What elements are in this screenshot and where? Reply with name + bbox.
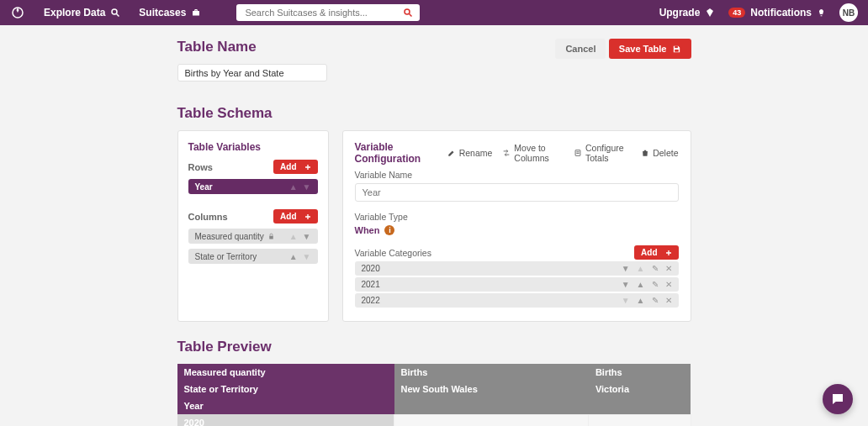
- preview-header-mq: Measured quantity: [177, 364, 394, 381]
- configure-totals-action[interactable]: Configure Totals: [574, 143, 631, 163]
- move-down-icon[interactable]: ▼: [303, 252, 311, 261]
- move-up-icon[interactable]: ▲: [289, 252, 298, 261]
- remove-category-icon[interactable]: ✕: [665, 264, 672, 273]
- move-up-icon[interactable]: ▲: [637, 264, 645, 273]
- suitcase-icon: [191, 8, 201, 18]
- add-category-label: Add: [641, 248, 657, 257]
- remove-category-icon[interactable]: ✕: [665, 296, 672, 305]
- edit-category-icon[interactable]: ✎: [652, 296, 659, 305]
- plus-icon: [665, 250, 672, 256]
- trash-icon: [641, 149, 649, 157]
- move-up-icon[interactable]: ▲: [289, 182, 298, 192]
- variable-config-title: Variable Configuration: [355, 141, 447, 165]
- search-submit-icon[interactable]: [403, 8, 413, 18]
- add-category-button[interactable]: Add: [634, 245, 678, 260]
- edit-category-icon[interactable]: ✎: [652, 280, 659, 289]
- preview-header-births-2: Births: [589, 364, 691, 381]
- lock-icon: [267, 233, 275, 240]
- preview-table: Measured quantity Births Births State or…: [177, 364, 691, 426]
- save-label: Save Table: [619, 44, 667, 54]
- preview-header-nsw: New South Wales: [394, 381, 589, 397]
- move-down-icon[interactable]: ▼: [622, 264, 630, 273]
- table-name-input[interactable]: [177, 64, 327, 82]
- table-schema-heading: Table Schema: [177, 105, 691, 122]
- preview-header-blank-2: [589, 397, 691, 414]
- preview-cell: [394, 414, 589, 426]
- category-label: 2022: [362, 296, 380, 305]
- nav-explore-data[interactable]: Explore Data: [44, 7, 120, 18]
- move-down-icon[interactable]: ▼: [303, 182, 311, 192]
- category-label: 2021: [362, 280, 380, 289]
- edit-category-icon[interactable]: ✎: [652, 264, 659, 273]
- svg-line-2: [117, 14, 119, 17]
- col-variable-mq-label: Measured quantity: [195, 232, 264, 241]
- add-row-label: Add: [280, 162, 296, 171]
- cancel-button[interactable]: Cancel: [555, 39, 606, 59]
- variable-name-input[interactable]: [355, 183, 679, 202]
- add-row-variable-button[interactable]: Add: [273, 160, 317, 174]
- variable-name-label: Variable Name: [355, 170, 679, 180]
- add-column-variable-button[interactable]: Add: [273, 209, 317, 224]
- add-col-label: Add: [280, 212, 296, 221]
- variable-config-panel: Variable Configuration Rename Move to Co…: [342, 130, 691, 322]
- category-chip-2022[interactable]: 2022 ▼ ▲ ✎ ✕: [355, 293, 679, 308]
- save-icon: [672, 45, 681, 54]
- diamond-icon: [705, 8, 715, 18]
- rename-variable-action[interactable]: Rename: [447, 148, 493, 158]
- nav-suitcases[interactable]: Suitcases: [139, 7, 201, 18]
- table-name-heading: Table Name: [177, 39, 257, 55]
- svg-rect-3: [193, 11, 199, 16]
- rename-label: Rename: [459, 148, 493, 158]
- swap-icon: [502, 149, 511, 157]
- top-nav: Explore Data Suitcases: [0, 0, 868, 25]
- move-down-icon[interactable]: ▼: [622, 296, 630, 305]
- table-preview-heading: Table Preview: [177, 339, 691, 355]
- move-up-icon[interactable]: ▲: [637, 280, 645, 289]
- notification-count-badge: 43: [728, 8, 745, 18]
- delete-variable-action[interactable]: Delete: [641, 148, 678, 158]
- table-variables-title: Table Variables: [188, 141, 318, 153]
- move-up-icon[interactable]: ▲: [289, 232, 298, 241]
- col-variable-state-label: State or Territory: [195, 252, 257, 261]
- preview-row-2020: 2020: [177, 414, 394, 426]
- info-icon[interactable]: i: [384, 225, 394, 235]
- move-up-icon[interactable]: ▲: [637, 296, 645, 305]
- col-variable-measured-quantity[interactable]: Measured quantity ▲ ▼: [188, 229, 318, 244]
- preview-header-year: Year: [177, 397, 394, 414]
- avatar-initials: NB: [843, 8, 855, 18]
- edit-icon: [447, 149, 456, 157]
- user-avatar[interactable]: NB: [839, 3, 858, 22]
- preview-header-births-1: Births: [394, 364, 589, 381]
- move-down-icon[interactable]: ▼: [622, 280, 630, 289]
- preview-header-vic: Victoria: [589, 381, 691, 397]
- category-chip-2021[interactable]: 2021 ▼ ▲ ✎ ✕: [355, 277, 679, 292]
- row-variable-year-label: Year: [195, 182, 213, 192]
- global-search-input[interactable]: [243, 7, 403, 18]
- plus-icon: [304, 164, 311, 171]
- move-columns-label: Move to Columns: [514, 143, 564, 163]
- nav-notifications[interactable]: 43 Notifications: [728, 7, 826, 18]
- app-logo-icon: [10, 5, 25, 20]
- global-search[interactable]: [236, 4, 420, 21]
- nav-upgrade[interactable]: Upgrade: [659, 7, 716, 18]
- remove-category-icon[interactable]: ✕: [665, 280, 672, 289]
- variable-type-when: When: [355, 225, 380, 235]
- columns-label: Columns: [188, 212, 228, 222]
- col-variable-state[interactable]: State or Territory ▲ ▼: [188, 249, 318, 264]
- nav-suitcases-label: Suitcases: [139, 7, 186, 18]
- move-down-icon[interactable]: ▼: [303, 232, 311, 241]
- chat-icon: [830, 392, 845, 407]
- preview-header-blank-1: [394, 397, 589, 414]
- category-label: 2020: [362, 264, 380, 273]
- chat-fab[interactable]: [823, 384, 853, 414]
- move-columns-action[interactable]: Move to Columns: [502, 143, 564, 163]
- save-table-button[interactable]: Save Table: [609, 39, 691, 59]
- nav-notifications-label: Notifications: [750, 7, 812, 18]
- plus-icon: [304, 213, 311, 220]
- variable-categories-label: Variable Categories: [355, 248, 431, 258]
- category-chip-2020[interactable]: 2020 ▼ ▲ ✎ ✕: [355, 261, 679, 276]
- delete-label: Delete: [653, 148, 678, 158]
- cancel-label: Cancel: [565, 44, 595, 54]
- rows-label: Rows: [188, 162, 213, 172]
- row-variable-year[interactable]: Year ▲ ▼: [188, 179, 318, 194]
